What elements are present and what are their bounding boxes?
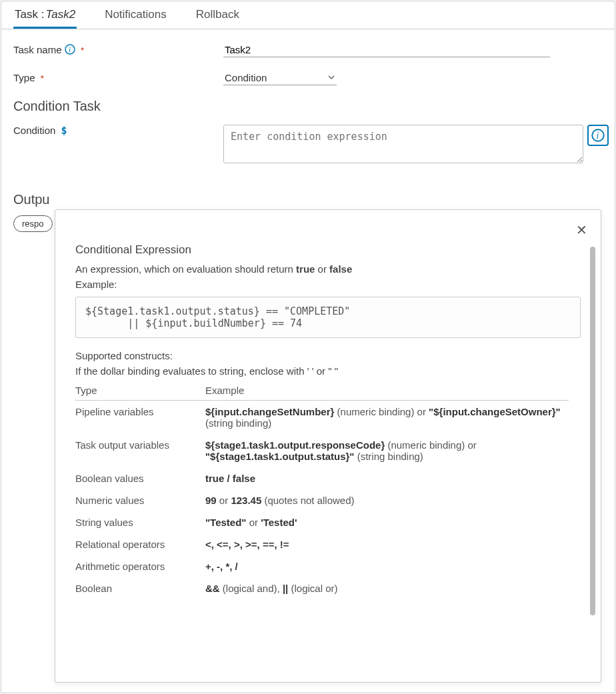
dollar-icon[interactable]: $ [61,125,67,137]
table-row: Arithmetic operators +, -, *, / [75,555,569,577]
condition-input[interactable] [223,125,583,163]
close-icon[interactable]: ✕ [576,222,587,238]
help-enclose-note: If the dollar binding evaluates to strin… [75,365,581,377]
table-row: Boolean && (logical and), || (logical or… [75,577,569,599]
table-row: Boolean values true / false [75,467,569,489]
condition-label: Condition $ [13,125,223,137]
table-row: Pipeline variables ${input.changeSetNumb… [75,401,569,435]
help-supported-label: Supported constructs: [75,350,581,361]
svg-text:i: i [69,45,71,53]
help-example-code: ${Stage1.task1.output.status} == "COMPLE… [75,297,581,338]
required-marker: * [41,73,44,83]
help-intro: An expression, which on evaluation shoul… [75,263,581,275]
condition-help-button[interactable]: i [587,125,609,146]
svg-text:i: i [597,131,599,141]
required-marker: * [81,45,84,55]
scrollbar[interactable] [590,247,595,615]
table-row: Numeric values 99 or 123.45 (quotes not … [75,489,569,511]
help-title: Conditional Expression [75,243,581,257]
info-icon[interactable]: i [65,44,78,55]
type-select[interactable]: Condition [223,71,337,85]
table-row: String values "Tested" or 'Tested' [75,511,569,533]
tab-task-prefix: Task : [15,8,44,21]
tab-task-name: Task2 [44,8,75,21]
constructs-table: Type Example Pipeline variables ${input.… [75,381,569,599]
tab-bar: Task :Task2 Notifications Rollback [1,1,615,29]
condition-help-panel: ✕ Conditional Expression An expression, … [55,209,601,683]
tab-notifications[interactable]: Notifications [103,8,168,29]
condition-section-title: Condition Task [13,99,603,114]
output-chip[interactable]: respo [13,215,53,232]
task-name-label: Task name i * [13,44,223,55]
type-label: Type * [13,72,223,83]
th-example: Example [205,381,569,401]
th-type: Type [75,381,205,401]
table-row: Relational operators <, <=, >, >=, ==, !… [75,533,569,555]
help-example-label: Example: [75,279,581,290]
tab-task[interactable]: Task :Task2 [13,8,77,29]
tab-rollback[interactable]: Rollback [195,8,241,29]
type-select-value: Condition [225,72,323,83]
task-name-input[interactable] [223,43,550,57]
output-section-title: Outpu [13,192,603,207]
table-row: Task output variables ${stage1.task1.out… [75,434,569,467]
chevron-down-icon [327,72,335,83]
